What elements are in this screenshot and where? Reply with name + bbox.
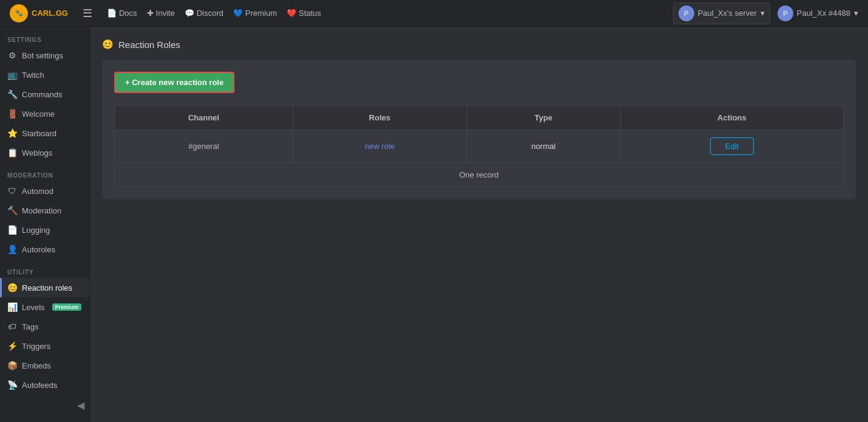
autofeeds-icon: 📡 [7,380,17,390]
server-selector[interactable]: P Paul_Xx's server ▾ [673,2,770,24]
chevron-down-icon: ▾ [760,9,765,18]
starboard-icon: ⭐ [7,128,17,138]
sidebar-item-starboard[interactable]: ⭐ Starboard [0,123,89,143]
user-selector[interactable]: P Paul_Xx #4488 ▾ [777,5,858,21]
nav-docs[interactable]: 📄Docs [107,9,137,18]
page-header: 😊 Reaction Roles [102,39,856,50]
triggers-icon: ⚡ [7,341,17,351]
nav-status[interactable]: ❤️Status [287,9,321,18]
reaction-roles-table: Channel Roles Type Actions #general new … [114,105,844,163]
sidebar-item-commands[interactable]: 🔧 Commands [0,85,89,104]
sidebar-item-levels[interactable]: 📊 Levels Premium [0,297,89,317]
edit-button[interactable]: Edit [710,137,754,155]
create-reaction-role-button[interactable]: + Create new reaction role [114,72,234,93]
page-title: Reaction Roles [118,40,180,50]
welcome-icon: 🚪 [7,109,17,119]
nav-discord[interactable]: 💬Discord [185,9,224,18]
main-layout: SETTINGS ⚙ Bot settings 📺 Twitch 🔧 Comma… [0,27,868,422]
sidebar-item-triggers[interactable]: ⚡ Triggers [0,336,89,356]
record-count: One record [114,163,844,187]
user-avatar: P [777,5,793,21]
table-row: #general new role normal Edit [115,130,844,163]
nav-invite[interactable]: ✚Invite [147,9,175,18]
logo-image: 🐾 [10,4,28,22]
twitch-icon: 📺 [7,70,17,80]
sidebar-item-bot-settings[interactable]: ⚙ Bot settings [0,46,89,65]
moderation-section-label: MODERATION [0,162,89,181]
sidebar-item-moderation[interactable]: 🔨 Moderation [0,201,89,220]
autoroles-icon: 👤 [7,244,17,254]
nav-links: 📄Docs ✚Invite 💬Discord 💙Premium ❤️Status [107,9,663,18]
row-type: normal [466,130,620,163]
settings-section-label: SETTINGS [0,27,89,46]
sidebar-item-welcome[interactable]: 🚪 Welcome [0,104,89,123]
sidebar-item-autofeeds[interactable]: 📡 Autofeeds [0,375,89,395]
reaction-roles-icon: 😊 [7,283,17,292]
automod-icon: 🛡 [7,186,17,196]
tags-icon: 🏷 [7,322,17,331]
main-content: 😊 Reaction Roles + Create new reaction r… [90,27,868,422]
sidebar-item-tags[interactable]: 🏷 Tags [0,317,89,336]
commands-icon: 🔧 [7,89,17,99]
sidebar-item-logging[interactable]: 📄 Logging [0,220,89,240]
server-avatar: P [678,5,694,21]
column-actions: Actions [620,106,843,130]
moderation-icon: 🔨 [7,206,17,215]
sidebar-collapse-icon[interactable]: ◀ [77,400,84,411]
topnav: 🐾 CARL.GG ☰ 📄Docs ✚Invite 💬Discord 💙Prem… [0,0,868,27]
user-chevron-icon: ▾ [854,9,858,18]
bot-settings-icon: ⚙ [7,50,17,60]
sidebar: SETTINGS ⚙ Bot settings 📺 Twitch 🔧 Comma… [0,27,90,422]
sidebar-item-twitch[interactable]: 📺 Twitch [0,65,89,85]
premium-badge: Premium [52,303,82,311]
sidebar-item-weblogs[interactable]: 📋 Weblogs [0,143,89,162]
row-channel: #general [115,130,293,163]
row-actions: Edit [620,130,843,163]
logo-text: CARL.GG [32,9,68,18]
column-type: Type [466,106,620,130]
utility-section-label: UTILITY [0,259,89,278]
reaction-roles-card: + Create new reaction role Channel Roles… [102,60,856,199]
weblogs-icon: 📋 [7,148,17,157]
logging-icon: 📄 [7,225,17,235]
column-roles: Roles [293,106,466,130]
column-channel: Channel [115,106,293,130]
logo[interactable]: 🐾 CARL.GG [10,4,68,22]
nav-premium[interactable]: 💙Premium [233,9,277,18]
sidebar-item-automod[interactable]: 🛡 Automod [0,181,89,201]
levels-icon: 📊 [7,302,17,312]
page-header-icon: 😊 [102,39,114,50]
topnav-right: P Paul_Xx's server ▾ P Paul_Xx #4488 ▾ [673,2,858,24]
sidebar-item-autoroles[interactable]: 👤 Autoroles [0,240,89,259]
sidebar-item-embeds[interactable]: 📦 Embeds [0,356,89,375]
sidebar-item-reaction-roles[interactable]: 😊 Reaction roles [0,278,89,297]
row-roles: new role [293,130,466,163]
hamburger-icon[interactable]: ☰ [83,7,92,20]
embeds-icon: 📦 [7,361,17,370]
